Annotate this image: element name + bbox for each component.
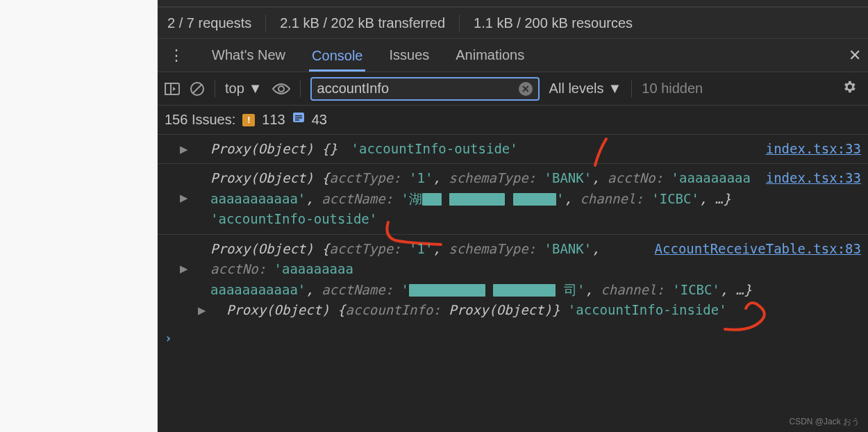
resources-size: 1.1 kB / 200 kB resources — [474, 15, 633, 31]
expand-arrow-icon[interactable]: ▶ — [198, 302, 214, 317]
console-prompt[interactable]: › — [158, 325, 868, 360]
watermark: CSDN @Jack おう — [789, 416, 860, 428]
log-entry[interactable]: index.tsx:33 ▶ Proxy(Object) {} 'account… — [158, 135, 868, 164]
log-tag: 'accountInfo-inside' — [568, 302, 727, 317]
chevron-down-icon: ▼ — [608, 81, 622, 97]
console-toolbar: top ▼ ✕ All levels ▼ 10 hidden — [158, 72, 868, 106]
divider — [300, 81, 301, 97]
log-entry[interactable]: AccountReceiveTable.tsx:83 ▶ Proxy(Objec… — [158, 235, 868, 325]
drawer-tabs: ⋮ What's New Console Issues Animations ✕ — [158, 39, 868, 72]
expand-arrow-icon[interactable]: ▶ — [180, 188, 187, 208]
tab-animations[interactable]: Animations — [453, 47, 527, 63]
redacted-text — [513, 193, 556, 206]
prompt-chevron-icon: › — [165, 331, 172, 345]
svg-line-4 — [193, 85, 201, 93]
toggle-sidebar-icon[interactable] — [165, 83, 180, 95]
tab-issues[interactable]: Issues — [386, 47, 432, 63]
live-expression-icon[interactable] — [272, 83, 290, 95]
network-summary-bar: 2 / 7 requests 2.1 kB / 202 kB transferr… — [158, 7, 868, 39]
svg-rect-7 — [295, 115, 302, 117]
braces: {} — [322, 141, 337, 156]
issues-label: 156 Issues: — [165, 112, 235, 128]
log-levels-selector[interactable]: All levels ▼ — [549, 81, 622, 97]
clear-filter-icon[interactable]: ✕ — [519, 82, 533, 96]
transferred-size: 2.1 kB / 202 kB transferred — [280, 15, 445, 31]
svg-rect-8 — [295, 117, 302, 119]
warning-count: 113 — [262, 112, 285, 128]
tab-console[interactable]: Console — [309, 48, 365, 72]
context-selector[interactable]: top ▼ — [225, 81, 262, 97]
clear-console-icon[interactable] — [190, 81, 205, 97]
page-background-panel — [0, 0, 158, 432]
expand-arrow-icon[interactable]: ▶ — [180, 258, 187, 279]
divider — [265, 15, 266, 31]
redacted-text — [449, 193, 505, 206]
divider — [215, 81, 215, 97]
tab-whats-new[interactable]: What's New — [209, 47, 288, 63]
redacted-text — [422, 193, 442, 206]
gear-icon[interactable] — [842, 79, 857, 98]
redacted-text — [493, 284, 556, 297]
hidden-count[interactable]: 10 hidden — [642, 81, 703, 97]
svg-rect-1 — [165, 83, 171, 94]
proxy-label: Proxy(Object) — [210, 141, 322, 156]
more-icon[interactable]: ⋮ — [165, 47, 188, 65]
proxy-label: Proxy(Object) — [226, 302, 337, 317]
divider — [631, 81, 632, 97]
svg-point-5 — [278, 86, 284, 92]
console-output: index.tsx:33 ▶ Proxy(Object) {} 'account… — [158, 135, 868, 432]
log-entry[interactable]: index.tsx:33 ▶ Proxy(Object) {acctType: … — [158, 164, 868, 234]
expand-arrow-icon[interactable]: ▶ — [180, 139, 187, 159]
svg-rect-0 — [165, 83, 179, 94]
log-tag: 'accountInfo-outside' — [210, 211, 377, 226]
log-tag: 'accountInfo-outside' — [351, 141, 518, 156]
close-icon[interactable]: ✕ — [849, 47, 861, 65]
divider — [459, 15, 460, 31]
proxy-label: Proxy(Object) — [210, 241, 322, 256]
requests-count: 2 / 7 requests — [167, 15, 251, 31]
filter-input[interactable] — [317, 81, 519, 97]
svg-marker-2 — [173, 87, 176, 91]
issues-bar[interactable]: 156 Issues: ! 113 43 — [158, 106, 868, 135]
context-label: top — [225, 81, 244, 97]
levels-label: All levels — [549, 81, 604, 97]
network-table-stub — [158, 0, 868, 7]
filter-box[interactable]: ✕ — [310, 77, 540, 101]
devtools-panel: 2 / 7 requests 2.1 kB / 202 kB transferr… — [158, 0, 868, 432]
warning-icon: ! — [242, 114, 255, 126]
info-icon — [292, 112, 305, 128]
proxy-label: Proxy(Object) — [210, 170, 322, 185]
svg-rect-9 — [295, 119, 299, 121]
redacted-text — [409, 284, 485, 297]
chevron-down-icon: ▼ — [249, 81, 262, 97]
info-count: 43 — [312, 112, 327, 128]
